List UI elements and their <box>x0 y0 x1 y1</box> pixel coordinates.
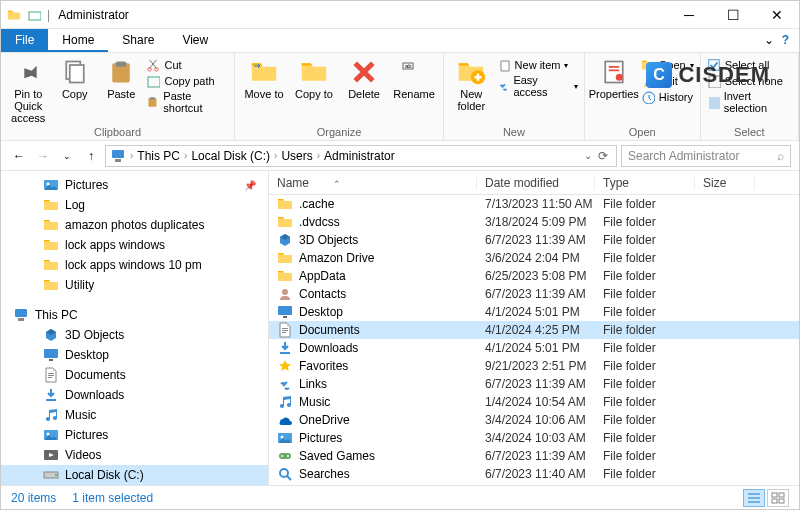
file-row[interactable]: .cache 7/13/2023 11:50 AM File folder <box>269 195 799 213</box>
copy-button[interactable]: Copy <box>53 56 95 100</box>
nav-item[interactable]: Utility <box>1 275 268 295</box>
svg-text:ab: ab <box>405 63 412 69</box>
nav-item[interactable]: 3D Objects <box>1 325 268 345</box>
statusbar: 20 items 1 item selected <box>1 485 799 509</box>
nav-item[interactable]: Downloads <box>1 385 268 405</box>
crumb-users[interactable]: Users <box>281 149 312 163</box>
new-item-button[interactable]: New item▾ <box>497 58 578 72</box>
nav-item[interactable]: Local Disk (C:) <box>1 465 268 485</box>
paste-shortcut-button[interactable]: Paste shortcut <box>146 90 228 114</box>
file-row[interactable]: Amazon Drive 3/6/2024 2:04 PM File folde… <box>269 249 799 267</box>
copy-path-button[interactable]: Copy path <box>146 74 228 88</box>
search-input[interactable]: Search Administrator ⌕ <box>621 145 791 167</box>
nav-item[interactable]: Videos <box>1 445 268 465</box>
thumbnails-view-button[interactable] <box>767 489 789 507</box>
group-label-organize: Organize <box>241 124 437 138</box>
watermark: CCISDEM <box>646 62 770 88</box>
qat-divider: | <box>47 8 50 22</box>
nav-item[interactable]: amazon photos duplicates <box>1 215 268 235</box>
crumb-disk[interactable]: Local Disk (C:) <box>191 149 270 163</box>
forward-button[interactable]: → <box>33 146 53 166</box>
tab-share[interactable]: Share <box>108 29 168 52</box>
group-label-select: Select <box>707 124 792 138</box>
breadcrumb-dropdown[interactable]: ⌄ <box>584 150 592 161</box>
group-label-open: Open <box>591 124 694 138</box>
nav-item[interactable]: Log <box>1 195 268 215</box>
minimize-button[interactable]: ─ <box>667 1 711 29</box>
file-row[interactable]: Contacts 6/7/2023 11:39 AM File folder <box>269 285 799 303</box>
file-row[interactable]: Links 6/7/2023 11:39 AM File folder <box>269 375 799 393</box>
cut-button[interactable]: Cut <box>146 58 228 72</box>
history-button[interactable]: History <box>641 90 694 104</box>
group-label-new: New <box>450 124 578 138</box>
tab-home[interactable]: Home <box>48 29 108 52</box>
column-date[interactable]: Date modified <box>477 176 595 190</box>
nav-item[interactable]: Desktop <box>1 345 268 365</box>
file-row[interactable]: .dvdcss 3/18/2024 5:09 PM File folder <box>269 213 799 231</box>
file-row[interactable]: Downloads 4/1/2024 5:01 PM File folder <box>269 339 799 357</box>
recent-button[interactable]: ⌄ <box>57 146 77 166</box>
file-row[interactable]: 3D Objects 6/7/2023 11:39 AM File folder <box>269 231 799 249</box>
nav-thispc[interactable]: This PC <box>1 305 268 325</box>
ribbon-tabs: File Home Share View ⌄ ? <box>1 29 799 53</box>
svg-rect-38 <box>772 493 777 497</box>
maximize-button[interactable]: ☐ <box>711 1 755 29</box>
tab-file[interactable]: File <box>1 29 48 52</box>
column-type[interactable]: Type <box>595 176 695 190</box>
file-row[interactable]: Favorites 9/21/2023 2:51 PM File folder <box>269 357 799 375</box>
qat-icon[interactable] <box>27 8 41 22</box>
copy-to-button[interactable]: Copy to <box>291 56 337 100</box>
nav-pane[interactable]: Pictures📌Logamazon photos duplicateslock… <box>1 171 269 485</box>
invert-selection-button[interactable]: Invert selection <box>707 90 792 114</box>
addressbar: ← → ⌄ ↑ › This PC› Local Disk (C:)› User… <box>1 141 799 171</box>
refresh-button[interactable]: ⟳ <box>594 149 612 163</box>
move-to-button[interactable]: Move to <box>241 56 287 100</box>
search-icon: ⌕ <box>777 149 784 163</box>
group-label-clipboard: Clipboard <box>7 124 228 138</box>
nav-item[interactable]: lock apps windows <box>1 235 268 255</box>
breadcrumb[interactable]: › This PC› Local Disk (C:)› Users› Admin… <box>105 145 617 167</box>
folder-icon <box>7 8 21 22</box>
rename-button[interactable]: abRename <box>391 56 437 100</box>
easy-access-button[interactable]: Easy access▾ <box>497 74 578 98</box>
svg-rect-40 <box>772 499 777 503</box>
nav-item[interactable]: Pictures📌 <box>1 175 268 195</box>
up-button[interactable]: ↑ <box>81 146 101 166</box>
file-row[interactable]: AppData 6/25/2023 5:08 PM File folder <box>269 267 799 285</box>
column-name[interactable]: Name⌃ <box>269 176 477 190</box>
crumb-admin[interactable]: Administrator <box>324 149 395 163</box>
svg-rect-32 <box>148 77 160 87</box>
pin-to-quick-access-button[interactable]: Pin to Quick access <box>7 56 49 124</box>
paste-button[interactable]: Paste <box>100 56 142 100</box>
close-button[interactable]: ✕ <box>755 1 799 29</box>
thispc-icon <box>110 148 126 164</box>
crumb-thispc[interactable]: This PC <box>137 149 180 163</box>
status-selected-count: 1 item selected <box>72 491 153 505</box>
nav-item[interactable]: Pictures <box>1 425 268 445</box>
delete-button[interactable]: Delete <box>341 56 387 100</box>
nav-item[interactable]: lock apps windows 10 pm <box>1 255 268 275</box>
back-button[interactable]: ← <box>9 146 29 166</box>
tab-view[interactable]: View <box>168 29 222 52</box>
file-row[interactable]: OneDrive 3/4/2024 10:06 AM File folder <box>269 411 799 429</box>
svg-rect-31 <box>29 12 41 20</box>
details-view-button[interactable] <box>743 489 765 507</box>
nav-item[interactable]: Documents <box>1 365 268 385</box>
properties-button[interactable]: Properties <box>591 56 637 100</box>
column-size[interactable]: Size <box>695 176 755 190</box>
file-row[interactable]: Documents 4/1/2024 4:25 PM File folder <box>269 321 799 339</box>
file-row[interactable]: Pictures 3/4/2024 10:03 AM File folder <box>269 429 799 447</box>
help-button[interactable]: ? <box>782 33 789 48</box>
file-row[interactable]: Desktop 4/1/2024 5:01 PM File folder <box>269 303 799 321</box>
nav-item[interactable]: Music <box>1 405 268 425</box>
file-list[interactable]: Name⌃ Date modified Type Size .cache 7/1… <box>269 171 799 485</box>
file-row[interactable]: Searches 6/7/2023 11:40 AM File folder <box>269 465 799 483</box>
svg-rect-37 <box>709 97 720 109</box>
status-item-count: 20 items <box>11 491 56 505</box>
ribbon-collapse-button[interactable]: ⌄ <box>764 33 774 48</box>
file-row[interactable]: Saved Games 6/7/2023 11:39 AM File folde… <box>269 447 799 465</box>
new-folder-button[interactable]: New folder <box>450 56 493 112</box>
window-title: Administrator <box>58 8 129 22</box>
file-row[interactable]: Videos 3/13/2024 10:42 AM File folder <box>269 483 799 485</box>
file-row[interactable]: Music 1/4/2024 10:54 AM File folder <box>269 393 799 411</box>
